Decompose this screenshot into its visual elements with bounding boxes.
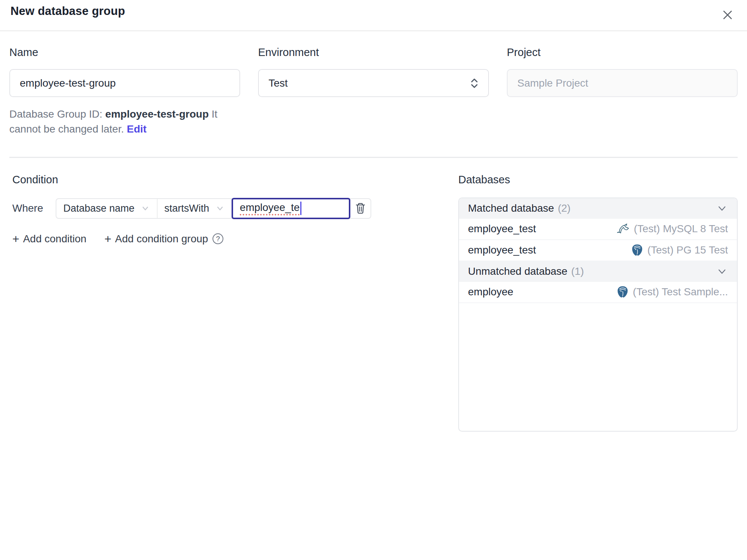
condition-expression-group: Database name startsWith — [56, 198, 371, 219]
database-group-id-note: Database Group ID: employee-test-group I… — [9, 107, 240, 137]
instance-name: (Test) Test Sample... — [633, 286, 728, 298]
environment-selected-value: Test — [269, 77, 288, 89]
environment-select[interactable]: Test — [258, 69, 489, 97]
chevron-down-icon — [140, 203, 150, 213]
condition-heading: Condition — [12, 174, 458, 186]
plus-icon: + — [104, 233, 111, 245]
where-label: Where — [12, 202, 43, 214]
trash-icon — [354, 202, 367, 215]
page-title: New database group — [10, 4, 125, 18]
section-divider — [9, 157, 738, 158]
database-row[interactable]: employee_test (Test) PG 15 Test — [459, 240, 737, 261]
mysql-icon — [616, 223, 630, 235]
chevron-down-icon — [716, 265, 728, 277]
condition-actions: + Add condition + Add condition group ? — [12, 233, 458, 245]
databases-panel: Matched database(2) employee_test — [458, 197, 738, 432]
project-value: Sample Project — [517, 77, 588, 89]
instance-name: (Test) PG 15 Test — [647, 244, 728, 256]
add-condition-group-label: Add condition group — [115, 233, 208, 245]
environment-field-group: Environment Test — [258, 46, 489, 137]
environment-label: Environment — [258, 46, 489, 59]
plus-icon: + — [12, 233, 19, 245]
postgres-icon — [631, 244, 644, 256]
top-form: Name Database Group ID: employee-test-gr… — [0, 46, 747, 137]
databases-heading: Databases — [458, 174, 738, 186]
close-icon — [720, 7, 735, 22]
condition-operator-select[interactable]: startsWith — [158, 199, 232, 218]
matched-count-badge: (2) — [558, 202, 570, 214]
instance-info: (Test) Test Sample... — [616, 286, 728, 298]
project-label: Project — [507, 46, 738, 59]
postgres-icon — [616, 286, 629, 298]
condition-row: Where Database name startsWith — [12, 198, 458, 219]
condition-section: Condition Where Database name startsWith — [9, 174, 458, 245]
text-cursor — [300, 202, 301, 215]
close-button[interactable] — [718, 5, 737, 25]
condition-value-text: employee_te — [240, 202, 300, 215]
condition-field-value: Database name — [63, 203, 134, 214]
edit-id-link[interactable]: Edit — [127, 123, 146, 135]
unmatched-count-badge: (1) — [571, 265, 584, 277]
add-condition-label: Add condition — [23, 233, 87, 245]
unmatched-database-title: Unmatched database(1) — [468, 265, 584, 277]
main-content: Condition Where Database name startsWith — [0, 174, 747, 432]
instance-name: (Test) MySQL 8 Test — [634, 223, 728, 235]
id-note-prefix: Database Group ID: — [9, 108, 105, 120]
condition-value-input[interactable]: employee_te — [232, 198, 350, 219]
name-label: Name — [9, 46, 240, 59]
database-row[interactable]: employee (Test) Test Sample... — [459, 282, 737, 303]
dialog-header: New database group — [0, 0, 747, 31]
matched-database-header[interactable]: Matched database(2) — [459, 198, 737, 219]
chevron-up-down-icon — [469, 77, 480, 90]
instance-info: (Test) MySQL 8 Test — [616, 223, 728, 235]
project-field: Sample Project — [507, 69, 738, 97]
project-field-group: Project Sample Project — [507, 46, 738, 137]
chevron-down-icon — [215, 203, 225, 213]
unmatched-database-header[interactable]: Unmatched database(1) — [459, 261, 737, 282]
instance-info: (Test) PG 15 Test — [631, 244, 728, 256]
add-condition-button[interactable]: + Add condition — [12, 233, 86, 245]
database-row[interactable]: employee_test (Test) MySQL 8 Test — [459, 219, 737, 240]
condition-field-select[interactable]: Database name — [56, 199, 158, 218]
chevron-down-icon — [716, 202, 728, 214]
condition-operator-value: startsWith — [164, 203, 209, 214]
id-note-value: employee-test-group — [105, 108, 209, 120]
help-icon[interactable]: ? — [213, 233, 223, 244]
matched-database-title: Matched database(2) — [468, 202, 571, 214]
databases-section: Databases Matched database(2) employee — [458, 174, 738, 432]
add-condition-group-button[interactable]: + Add condition group ? — [104, 233, 223, 245]
name-field-group: Name Database Group ID: employee-test-gr… — [9, 46, 240, 137]
new-database-group-dialog: New database group Name Database Group I… — [0, 0, 747, 560]
delete-condition-button[interactable] — [350, 199, 371, 218]
name-input[interactable] — [9, 69, 240, 97]
